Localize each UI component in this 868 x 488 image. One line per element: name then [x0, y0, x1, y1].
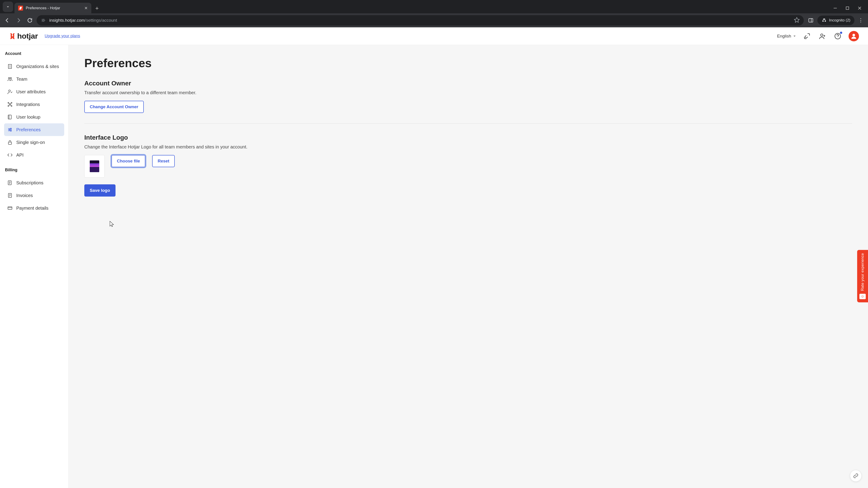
preferences-icon: [7, 127, 13, 132]
hotjar-favicon: [18, 6, 23, 11]
feedback-smiley-icon: ☺: [860, 294, 866, 299]
site-settings-icon[interactable]: [41, 18, 46, 23]
page-title: Preferences: [84, 56, 852, 70]
back-button[interactable]: [3, 16, 12, 25]
interface-logo-heading: Interface Logo: [84, 134, 852, 141]
svg-rect-21: [8, 115, 11, 119]
team-icon: [7, 76, 13, 82]
notification-dot: [839, 31, 843, 34]
sidebar-item-label: Single sign-on: [16, 140, 45, 145]
hotjar-mark-icon: [9, 33, 16, 39]
svg-point-9: [821, 34, 823, 36]
address-bar[interactable]: insights.hotjar.com/settings/account: [37, 15, 804, 26]
svg-point-15: [8, 90, 10, 92]
sidebar-item-label: Organizations & sites: [16, 64, 59, 69]
close-tab-icon[interactable]: ✕: [84, 6, 88, 11]
window-close-icon[interactable]: [858, 6, 862, 11]
sidebar-item-subscriptions[interactable]: Subscriptions: [4, 176, 64, 189]
svg-point-4: [43, 19, 44, 20]
sidebar-item-label: Payment details: [16, 205, 49, 211]
language-selector[interactable]: English: [777, 34, 796, 39]
sidebar-item-label: User attributes: [16, 89, 46, 94]
feedback-label: Rate your experience: [860, 253, 865, 291]
hotjar-logo[interactable]: hotjar: [9, 32, 38, 40]
subscription-icon: [7, 180, 13, 186]
sidebar-item-user-lookup[interactable]: User lookup: [4, 111, 64, 123]
section-divider: [84, 123, 852, 124]
sidebar-item-label: Integrations: [16, 102, 40, 107]
invoice-icon: [7, 193, 13, 198]
sidebar-item-label: Team: [16, 76, 27, 82]
chevron-down-icon: [793, 35, 796, 38]
svg-rect-12: [8, 64, 11, 68]
incognito-indicator[interactable]: Incognito (2): [817, 15, 855, 25]
sidebar-item-sso[interactable]: Single sign-on: [4, 136, 64, 149]
svg-point-6: [43, 21, 44, 22]
sidebar-item-api[interactable]: API: [4, 149, 64, 161]
svg-point-14: [10, 77, 11, 79]
svg-point-18: [11, 102, 12, 103]
side-panel-icon[interactable]: [806, 15, 815, 25]
reload-button[interactable]: [25, 16, 34, 25]
upgrade-plans-link[interactable]: Upgrade your plans: [44, 34, 80, 38]
user-attributes-icon: [7, 89, 13, 94]
incognito-icon: [822, 18, 827, 23]
svg-point-22: [10, 128, 11, 129]
account-owner-heading: Account Owner: [84, 80, 852, 87]
tab-title: Preferences - Hotjar: [26, 6, 82, 10]
sidebar-item-team[interactable]: Team: [4, 73, 64, 86]
choose-file-button[interactable]: Choose file: [112, 155, 145, 167]
card-icon: [7, 205, 13, 211]
interface-logo-description: Change the Interface Hotjar Logo for all…: [84, 144, 852, 150]
code-icon: [7, 152, 13, 158]
svg-rect-1: [846, 7, 849, 9]
forward-button[interactable]: [14, 16, 23, 25]
sidebar-item-label: User lookup: [16, 115, 40, 120]
window-minimize-icon[interactable]: [833, 6, 837, 11]
sidebar-item-label: Preferences: [16, 127, 41, 132]
account-owner-description: Transfer account ownership to a differen…: [84, 90, 852, 95]
user-avatar[interactable]: [848, 31, 859, 41]
svg-rect-28: [8, 207, 12, 209]
incognito-label: Incognito (2): [829, 18, 850, 23]
browser-menu-icon[interactable]: ⋮: [856, 16, 865, 25]
invite-user-icon[interactable]: [818, 32, 827, 41]
svg-rect-25: [8, 142, 11, 144]
sidebar-item-organizations[interactable]: Organizations & sites: [4, 60, 64, 73]
reset-button[interactable]: Reset: [152, 155, 175, 167]
logo-preview: [84, 155, 105, 177]
address-url: insights.hotjar.com/settings/account: [49, 18, 117, 23]
language-label: English: [777, 34, 791, 39]
sidebar-item-preferences[interactable]: Preferences: [4, 123, 64, 136]
settings-sidebar: Account Organizations & sites Team User …: [0, 45, 68, 488]
window-maximize-icon[interactable]: [845, 6, 849, 11]
lock-icon: [7, 140, 13, 145]
svg-point-5: [44, 20, 45, 21]
sidebar-item-payment-details[interactable]: Payment details: [4, 202, 64, 215]
sidebar-item-integrations[interactable]: Integrations: [4, 98, 64, 111]
svg-point-19: [8, 105, 9, 106]
sidebar-heading-billing: Billing: [4, 168, 64, 172]
sidebar-heading-account: Account: [4, 51, 64, 56]
integrations-nav-icon: [7, 102, 13, 107]
new-tab-button[interactable]: +: [93, 4, 101, 12]
sidebar-item-label: Invoices: [16, 193, 33, 198]
sidebar-item-user-attributes[interactable]: User attributes: [4, 86, 64, 98]
help-icon[interactable]: [833, 32, 842, 41]
user-lookup-icon: [7, 114, 13, 120]
sidebar-item-invoices[interactable]: Invoices: [4, 189, 64, 202]
logo-thumbnail: [90, 160, 99, 172]
tab-search-dropdown[interactable]: [3, 2, 13, 12]
save-logo-button[interactable]: Save logo: [84, 184, 116, 197]
sidebar-item-label: API: [16, 153, 24, 158]
svg-point-20: [11, 105, 12, 106]
bookmark-icon[interactable]: [794, 17, 800, 24]
browser-tab[interactable]: Preferences - Hotjar ✕: [14, 3, 91, 13]
svg-rect-7: [809, 19, 813, 22]
change-account-owner-button[interactable]: Change Account Owner: [84, 101, 144, 113]
copy-link-button[interactable]: [850, 470, 862, 482]
building-icon: [7, 64, 13, 69]
sidebar-item-label: Subscriptions: [16, 180, 43, 186]
feedback-tab[interactable]: Rate your experience ☺: [857, 250, 868, 302]
integrations-icon[interactable]: [802, 32, 811, 41]
